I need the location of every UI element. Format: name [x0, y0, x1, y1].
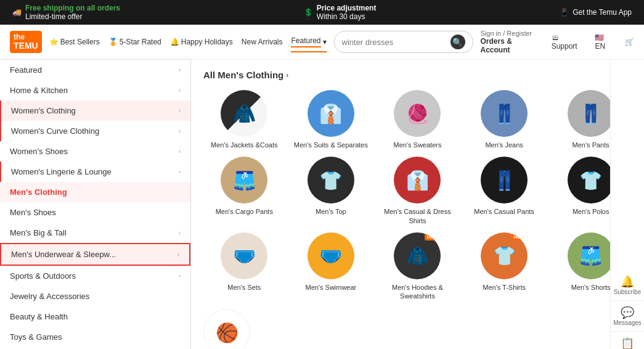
product-casual-pants[interactable]: 👖 Men's Casual Pants — [463, 157, 545, 225]
product-jackets[interactable]: 🧥 Men's Jackets &Coats — [203, 90, 285, 149]
product-image-pants: 👖 — [568, 90, 614, 137]
banner-left-subtext: Limited-time offer — [25, 12, 120, 21]
dropdown-left-menu: Featured › Home & Kitchen › Women's Clot… — [0, 60, 191, 349]
header: the TEMU ⭐ Best Sellers 🏅 5-Star Rated 🔔… — [0, 25, 644, 60]
menu-item-featured[interactable]: Featured › — [0, 60, 190, 80]
dropdown-overlay: Featured › Home & Kitchen › Women's Clot… — [0, 60, 644, 349]
messages-button[interactable]: 💬 Messages — [611, 301, 644, 332]
product-sets[interactable]: 🩲 Men's Sets — [203, 232, 285, 301]
product-casual-dress[interactable]: 👔 Men's Casual & Dress Shirts — [377, 157, 459, 225]
menu-item-jewelry[interactable]: Jewelry & Accessories — [0, 286, 190, 306]
product-hoodies[interactable]: HOT 🧥 Men's Hoodies & Sweatshirts — [377, 232, 459, 301]
nav-new-arrivals[interactable]: New Arrivals — [242, 38, 283, 46]
menu-item-mens-big-tall[interactable]: Men's Big & Tall › — [0, 223, 190, 243]
chevron-right-icon: › — [179, 273, 181, 279]
search-input[interactable] — [342, 38, 446, 47]
product-image-swimwear: 🩲 — [308, 232, 354, 279]
dropdown-right-panel: All Men's Clothing › 🧥 Men's Jackets &Co… — [191, 60, 644, 349]
menu-item-mens-shoes[interactable]: Men's Shoes — [0, 202, 190, 223]
product-label-swimwear: Men's Swimwear — [290, 283, 372, 292]
product-label-cargo: Men's Cargo Pants — [203, 207, 285, 216]
menu-item-beauty[interactable]: Beauty & Health — [0, 306, 190, 327]
menu-item-womens-curve[interactable]: Women's Curve Clothing › — [0, 121, 190, 141]
product-image-tshirts: HOT 👕 — [481, 232, 528, 279]
menu-item-sports[interactable]: Sports & Outdoors › — [0, 266, 190, 286]
main-area: Cell Phones Wi... Men's Sweaters ✓ Free … — [0, 60, 644, 349]
product-image-cargo: 🩳 — [221, 157, 267, 203]
product-suits[interactable]: 👔 Men's Suits & Separates — [290, 90, 372, 149]
product-image-suits: 👔 — [308, 90, 354, 137]
banner-center: 💲 Price adjustment Within 30 days — [304, 4, 377, 21]
support-button[interactable]: 🛎 Support — [552, 33, 587, 51]
cart-button[interactable]: 🛒 — [625, 38, 634, 46]
search-bar: 🔍 — [334, 31, 473, 53]
subscribe-icon: 🔔 — [613, 275, 642, 289]
badge-icon: 🏅 — [108, 38, 118, 46]
menu-item-womens-clothing[interactable]: Women's Clothing › — [0, 101, 190, 121]
product-label-sweaters: Men's Sweaters — [377, 141, 459, 149]
menu-item-mens-clothing[interactable]: Men's Clothing — [0, 182, 190, 202]
product-label-sets: Men's Sets — [203, 283, 285, 292]
product-label-tshirts: Men's T-Shirts — [463, 283, 545, 292]
hot-tag-tshirts: HOT — [511, 234, 526, 240]
product-jersey[interactable]: 🏀 — [203, 309, 250, 349]
search-button[interactable]: 🔍 — [450, 35, 465, 49]
language-selector[interactable]: 🇺🇸 EN — [595, 33, 616, 51]
chevron-right-icon: › — [179, 148, 181, 155]
menu-item-womens-shoes[interactable]: Women's Shoes › — [0, 141, 190, 162]
product-swimwear[interactable]: 🩲 Men's Swimwear — [290, 232, 372, 301]
product-jeans[interactable]: 👖 Men's Jeans — [463, 90, 545, 149]
chevron-right-icon: › — [179, 128, 181, 134]
side-panel: 🔔 Subscribe 💬 Messages 📋 Feedback — [610, 60, 644, 349]
product-image-sweaters: 🧶 — [394, 90, 441, 137]
menu-item-womens-lingerie[interactable]: Women's Lingerie & Lounge › — [0, 162, 190, 182]
product-image-casual: 👔 — [394, 157, 441, 203]
product-top[interactable]: 👕 Men's Top — [290, 157, 372, 225]
orders-label: Orders & Account — [481, 37, 543, 54]
product-label-casual-pants: Men's Casual Pants — [463, 207, 545, 216]
product-sweaters[interactable]: 🧶 Men's Sweaters — [377, 90, 459, 149]
more-products-row: 🏀 — [203, 309, 632, 349]
banner-right: 📱 Get the Temu App — [560, 8, 632, 17]
nav-featured[interactable]: Featured ▾ — [291, 36, 326, 47]
menu-item-mens-underwear[interactable]: Men's Underwear & Sleepw... › — [0, 243, 190, 266]
bell-icon: 🔔 — [170, 38, 179, 46]
nav-5star[interactable]: 🏅 5-Star Rated — [108, 38, 161, 46]
products-grid: 🧥 Men's Jackets &Coats 👔 Men's Suits & S… — [203, 90, 632, 300]
feedback-button[interactable]: 📋 Feedback — [611, 332, 644, 349]
product-image-top: 👕 — [308, 157, 354, 203]
menu-item-toys[interactable]: Toys & Games — [0, 327, 190, 347]
top-banner: 🚚 Free shipping on all orders Limited-ti… — [0, 0, 644, 25]
feedback-icon: 📋 — [613, 337, 642, 349]
nav-items: ⭐ Best Sellers 🏅 5-Star Rated 🔔 Happy Ho… — [49, 36, 327, 47]
logo-top: the — [14, 33, 38, 41]
banner-left-text: Free shipping on all orders — [25, 4, 120, 12]
dropdown-title[interactable]: All Men's Clothing › — [203, 70, 632, 80]
product-image-sets: 🩲 — [221, 232, 267, 279]
banner-center-text: Price adjustment — [317, 4, 377, 12]
featured-label: Featured — [291, 36, 320, 47]
logo[interactable]: the TEMU — [10, 31, 42, 54]
chevron-right-icon: › — [179, 168, 181, 175]
product-label-casual: Men's Casual & Dress Shirts — [377, 207, 459, 225]
chevron-right-icon: › — [179, 229, 181, 236]
product-label-hoodies: Men's Hoodies & Sweatshirts — [377, 283, 459, 301]
support-icon: 🛎 — [552, 33, 559, 42]
product-cargo[interactable]: 🩳 Men's Cargo Pants — [203, 157, 285, 225]
banner-right-text: Get the Temu App — [573, 8, 632, 17]
truck-icon: 🚚 — [12, 8, 22, 17]
product-tshirts[interactable]: HOT 👕 Men's T-Shirts — [463, 232, 545, 301]
product-image-jackets: 🧥 — [221, 90, 267, 137]
menu-item-home-kitchen[interactable]: Home & Kitchen › — [0, 80, 190, 101]
header-right: Sign in / Register Orders & Account 🛎 Su… — [481, 30, 634, 54]
star-icon: ⭐ — [49, 38, 59, 46]
nav-happy-holidays[interactable]: 🔔 Happy Holidays — [170, 38, 233, 46]
product-image-polos: 👕 — [568, 157, 614, 203]
title-arrow-icon: › — [286, 71, 288, 80]
product-label-jeans: Men's Jeans — [463, 141, 545, 149]
account-section[interactable]: Sign in / Register Orders & Account — [481, 30, 543, 54]
price-icon: 💲 — [304, 8, 313, 17]
chevron-right-icon: › — [179, 87, 181, 94]
subscribe-button[interactable]: 🔔 Subscribe — [611, 270, 644, 301]
nav-best-sellers[interactable]: ⭐ Best Sellers — [49, 38, 100, 46]
